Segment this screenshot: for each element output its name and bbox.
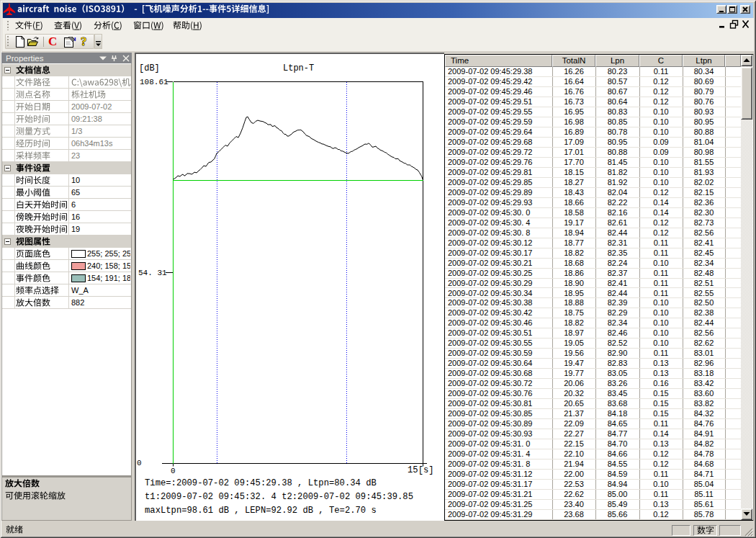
svg-text:?: ? <box>81 35 87 48</box>
